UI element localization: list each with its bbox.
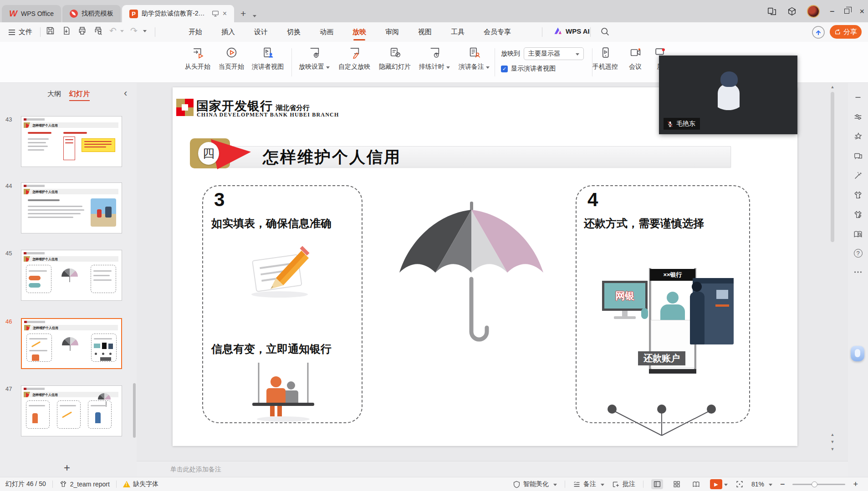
tab-insert[interactable]: 插入 (219, 24, 238, 40)
tab-home[interactable]: 开始 (186, 24, 205, 40)
export-pdf-icon[interactable] (61, 26, 71, 35)
close-window-button[interactable]: × (859, 7, 864, 15)
pointer-tool-widget[interactable] (851, 346, 864, 361)
missing-font-warning[interactable]: 缺失字体 (123, 480, 158, 488)
new-tab-button[interactable]: + (236, 7, 250, 20)
zoom-in-button[interactable]: + (853, 480, 858, 489)
normal-view-button[interactable] (651, 479, 663, 489)
tab-view[interactable]: 视图 (415, 24, 434, 40)
play-slideshow-button[interactable]: ▶ (710, 479, 722, 489)
meeting-button[interactable]: 会议 (622, 46, 649, 71)
tab-review[interactable]: 审阅 (383, 24, 402, 40)
slide-46-thumbnail-selected[interactable]: 怎样维护个人信用 (21, 318, 122, 369)
theme-shirt-icon[interactable] (853, 190, 863, 200)
slide-44-thumbnail[interactable]: 怎样维护个人信用 (21, 182, 122, 233)
play-dropdown-icon[interactable] (724, 484, 728, 488)
speaker-notes-button[interactable]: 演讲备注 (454, 46, 494, 71)
tab-current-document[interactable]: P 助学贷款诚信教育-202506.p × (122, 5, 234, 22)
previous-slide-icon[interactable]: ▲ (831, 432, 835, 437)
properties-sliders-icon[interactable] (853, 112, 863, 122)
save-icon[interactable] (46, 26, 55, 35)
file-menu-button[interactable]: 文件 (5, 26, 36, 38)
screen-gear-icon (308, 46, 321, 59)
reference-book-icon[interactable] (853, 229, 863, 239)
rehearse-timing-button[interactable]: 排练计时 (414, 46, 454, 71)
layout-shapes-icon[interactable] (853, 151, 863, 161)
collapse-panel-icon[interactable]: ‹ (124, 87, 127, 99)
scrollbar-thumb[interactable] (831, 92, 834, 242)
checkbox-checked-icon[interactable]: ✓ (501, 66, 508, 72)
slideshow-settings-button[interactable]: 放映设置 (294, 46, 334, 71)
mic-muted-icon (667, 121, 674, 127)
slide-45-thumbnail[interactable]: 怎样维护个人信用 (21, 250, 122, 301)
sidebar-scrollbar[interactable] (133, 383, 136, 438)
fit-to-window-icon[interactable] (735, 480, 744, 488)
help-icon[interactable]: ? (854, 249, 863, 258)
presenter-view-checkbox-row[interactable]: ✓ 显示演讲者视图 (501, 65, 556, 73)
slide-43-thumbnail[interactable]: 怎样维护个人信用 (21, 116, 122, 167)
eco-shirt-icon[interactable] (853, 210, 863, 220)
magic-wand-icon[interactable] (853, 171, 863, 181)
undo-dropdown-icon[interactable] (120, 30, 124, 34)
zoom-slider[interactable] (792, 484, 845, 485)
print-preview-icon[interactable] (93, 26, 103, 35)
panels-icon[interactable] (767, 6, 777, 16)
restore-button[interactable] (844, 9, 849, 14)
tab-list-dropdown-icon[interactable] (253, 15, 256, 19)
search-icon[interactable] (600, 27, 610, 36)
notes-button[interactable]: 备注 (573, 480, 604, 488)
undo-icon[interactable]: ↶ (109, 26, 117, 35)
minimize-button[interactable]: − (830, 7, 835, 15)
smart-beautify-button[interactable]: 智能美化 (513, 480, 557, 488)
phone-remote-button[interactable]: 手机遥控 (585, 46, 625, 71)
scroll-up-icon[interactable]: ▲ (829, 85, 836, 89)
effects-star-icon[interactable] (853, 132, 863, 142)
scroll-down-icon[interactable]: ▼ (831, 447, 835, 451)
tab-label: WPS Office (21, 10, 54, 17)
more-options-icon[interactable] (853, 267, 863, 277)
comment-button[interactable]: 批注 (612, 480, 635, 488)
quickbar-dropdown-icon[interactable] (143, 30, 147, 34)
zoom-out-button[interactable]: − (780, 480, 785, 489)
canvas-scrollbar[interactable]: ▲ ▲ ▼ ▼ (829, 85, 836, 458)
tab-docer-templates[interactable]: 找稻壳模板 (62, 5, 121, 22)
tab-design[interactable]: 设计 (251, 24, 271, 40)
tab-animation[interactable]: 动画 (317, 24, 336, 40)
slide-47-thumbnail[interactable]: 怎样维护个人信用 (21, 385, 122, 436)
tab-member[interactable]: 会员专享 (481, 24, 514, 40)
current-slide[interactable]: 国家开发银行 湖北省分行 CHINA DEVELOPMENT BANK HUBE… (173, 87, 797, 446)
wps-ai-button[interactable]: WPS AI (553, 26, 590, 35)
user-avatar[interactable] (807, 5, 820, 18)
notes-placeholder[interactable]: 单击此处添加备注 (137, 461, 848, 477)
close-tab-icon[interactable]: × (223, 10, 227, 18)
slide-thumbnail-row: 43 怎样维护个人信用 (0, 116, 137, 167)
slides-tab[interactable]: 幻灯片 (69, 90, 90, 101)
webcam-overlay[interactable]: 毛艳东 (659, 56, 797, 134)
meeting-camera-icon (629, 46, 642, 59)
zoom-level[interactable]: 81% (751, 481, 772, 488)
hidden-slide-icon (389, 46, 401, 59)
collapse-strip-icon[interactable] (853, 92, 863, 102)
zoom-slider-knob[interactable] (812, 481, 817, 487)
tab-wps-office[interactable]: W WPS Office (2, 5, 61, 22)
start-from-current-button[interactable]: 当页开始 (211, 46, 251, 71)
print-icon[interactable] (77, 26, 87, 35)
custom-slideshow-button[interactable]: 自定义放映 (334, 46, 374, 71)
outline-tab[interactable]: 大纲 (47, 90, 61, 98)
workspace-cube-icon[interactable] (787, 6, 797, 16)
tab-transition[interactable]: 切换 (284, 24, 303, 40)
next-slide-icon[interactable]: ▼ (831, 440, 835, 444)
theme-indicator[interactable]: 2_team report (59, 480, 110, 488)
redo-icon[interactable]: ↷ (130, 26, 138, 35)
present-monitor-icon[interactable] (212, 10, 219, 17)
share-button[interactable]: 分享 (830, 25, 862, 39)
presenter-view-button[interactable]: 演讲者视图 (248, 46, 288, 71)
tab-slideshow[interactable]: 放映 (350, 24, 369, 40)
reading-view-button[interactable] (690, 479, 702, 489)
hide-slide-button[interactable]: 隐藏幻灯片 (375, 46, 415, 71)
slide-sorter-view-button[interactable] (671, 479, 683, 489)
add-slide-button[interactable]: + (64, 461, 70, 474)
cloud-upload-icon[interactable] (812, 25, 825, 39)
tab-tools[interactable]: 工具 (448, 24, 467, 40)
display-select[interactable]: 主要显示器 (524, 47, 584, 60)
